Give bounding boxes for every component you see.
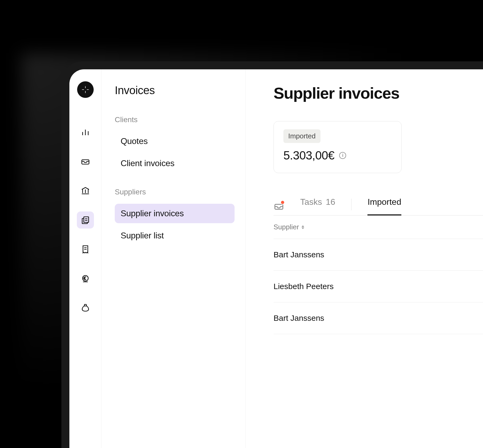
table-header: Supplier <box>274 215 483 239</box>
inbox-icon <box>81 157 90 166</box>
rail-savings[interactable] <box>77 299 94 317</box>
cell-supplier: Bart Janssens <box>274 314 324 322</box>
rail-receipts[interactable] <box>77 241 94 258</box>
page-title: Supplier invoices <box>274 84 483 102</box>
tabs: Tasks 16 Imported <box>274 197 483 215</box>
tab-inbox[interactable] <box>274 201 284 211</box>
table-row[interactable]: Liesbeth Peeters <box>274 271 483 302</box>
summary-amount: 5.303,00€ <box>283 149 334 162</box>
summary-card-imported: Imported 5.303,00€ i <box>274 121 402 173</box>
nav-section-label-suppliers: Suppliers <box>115 188 235 196</box>
nav-item-quotes[interactable]: Quotes <box>115 131 235 151</box>
nav-section-label-clients: Clients <box>115 115 235 124</box>
rail-inbox[interactable] <box>77 153 94 170</box>
cell-supplier: Bart Janssens <box>274 250 324 259</box>
rail-analytics[interactable] <box>77 123 94 141</box>
receipt-icon <box>81 245 90 254</box>
notification-dot <box>280 200 285 205</box>
icon-rail <box>69 69 101 448</box>
nav-section-clients: Clients Quotes Client invoices <box>115 115 235 173</box>
col-header-supplier[interactable]: Supplier <box>274 223 304 231</box>
logo-icon <box>81 85 90 94</box>
nav-section-suppliers: Suppliers Supplier invoices Supplier lis… <box>115 188 235 245</box>
bank-icon <box>81 186 90 195</box>
tab-imported-label: Imported <box>367 197 401 207</box>
tab-divider <box>351 199 351 210</box>
euro-circle-icon <box>81 274 90 283</box>
svg-rect-1 <box>84 217 89 222</box>
sort-icon <box>302 225 304 229</box>
app-logo[interactable] <box>77 81 94 98</box>
nav-item-supplier-invoices[interactable]: Supplier invoices <box>115 204 235 223</box>
rail-invoices[interactable] <box>77 211 94 229</box>
document-copy-icon <box>81 215 90 225</box>
table-row[interactable]: Bart Janssens <box>274 302 483 334</box>
tab-tasks-label: Tasks <box>300 197 322 207</box>
nav-item-supplier-list[interactable]: Supplier list <box>115 226 235 245</box>
tab-tasks[interactable]: Tasks 16 <box>300 197 335 215</box>
app-screen: Invoices Clients Quotes Client invoices … <box>69 69 483 448</box>
col-supplier-label: Supplier <box>274 223 299 231</box>
tab-tasks-count: 16 <box>326 197 335 207</box>
cell-supplier: Liesbeth Peeters <box>274 282 334 291</box>
table-row[interactable]: Bart Janssens <box>274 239 483 271</box>
summary-value: 5.303,00€ i <box>283 149 392 162</box>
rail-bank[interactable] <box>77 182 94 199</box>
nav-item-client-invoices[interactable]: Client invoices <box>115 154 235 173</box>
main-content: Supplier invoices Imported 5.303,00€ i T… <box>246 69 483 448</box>
money-bag-icon <box>81 303 90 313</box>
device-frame: Invoices Clients Quotes Client invoices … <box>61 61 483 448</box>
nav-title: Invoices <box>115 84 235 97</box>
secondary-nav: Invoices Clients Quotes Client invoices … <box>101 69 246 448</box>
svg-rect-0 <box>82 160 89 164</box>
bar-chart-icon <box>81 127 90 137</box>
info-icon[interactable]: i <box>339 152 346 159</box>
tab-imported[interactable]: Imported <box>367 197 401 215</box>
rail-euro[interactable] <box>77 270 94 287</box>
summary-badge: Imported <box>283 129 320 143</box>
